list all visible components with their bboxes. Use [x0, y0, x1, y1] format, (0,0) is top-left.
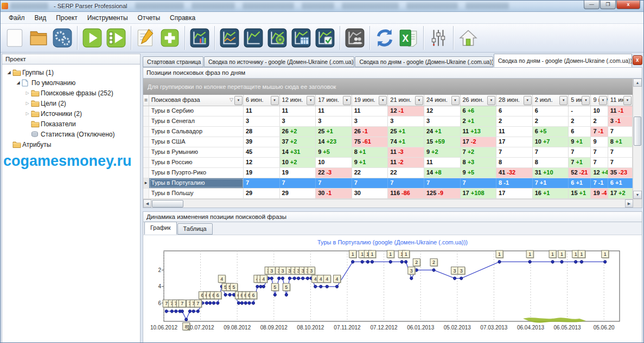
value-cell[interactable]: 7	[461, 178, 497, 188]
value-cell[interactable]: 9+5	[316, 147, 352, 157]
value-cell[interactable]: 8-1	[496, 178, 533, 188]
value-cell[interactable]: 7	[316, 178, 352, 188]
menu-help[interactable]: Справка	[165, 13, 200, 23]
menu-file[interactable]: Файл	[4, 13, 30, 23]
table-row[interactable]: Туры в Польшу292930-130116-86125-917+108…	[143, 189, 633, 199]
scroll-left-button[interactable]: ◀	[143, 199, 151, 208]
run-parsing-button[interactable]	[81, 27, 104, 49]
value-cell[interactable]: 3	[424, 117, 461, 126]
report-days-table-button[interactable]	[290, 27, 313, 49]
menu-reports[interactable]: Отчеты	[133, 13, 165, 23]
column-dropdown-button[interactable]: ▼	[524, 96, 532, 105]
value-cell[interactable]: 8	[496, 158, 533, 167]
column-dropdown-button[interactable]: ▼	[487, 96, 495, 105]
minimize-button[interactable]: —	[584, 1, 600, 9]
column-header-9июл[interactable]: 9 июл.▼	[591, 95, 608, 106]
tree-item-3[interactable]: ▷Поисковые фразы (252)	[2, 88, 140, 98]
table-row[interactable]: Туры в Сальвадор2826+225+126-125+124+111…	[143, 127, 633, 137]
value-cell[interactable]: 14+31	[280, 147, 316, 157]
project-settings-button[interactable]	[51, 27, 74, 49]
column-dropdown-button[interactable]: ▼	[623, 96, 632, 105]
filter-icon[interactable]: ▽	[229, 95, 233, 105]
value-cell[interactable]: 41-32	[496, 168, 533, 178]
table-row[interactable]: Туры в Пуэрто-Рико191922-3222214+89+541-…	[143, 168, 633, 178]
tab-days-summary-1[interactable]: Сводка по дням - google (Домен-Ukraine (…	[355, 56, 493, 67]
value-cell[interactable]: 3	[280, 117, 316, 126]
value-cell[interactable]: 125-9	[424, 189, 461, 198]
value-cell[interactable]: 12	[424, 106, 461, 116]
column-header-24июн[interactable]: 24 июн.▼	[424, 95, 461, 106]
column-header-11июл[interactable]: 11 июл.▼	[608, 95, 633, 106]
close-button[interactable]: x	[616, 1, 640, 9]
value-cell[interactable]: 7	[280, 178, 316, 188]
value-cell[interactable]: 17+108	[461, 189, 497, 198]
value-cell[interactable]: 75-61	[352, 137, 388, 147]
column-header-phrase[interactable]: Поисковая фраза▽▼	[149, 95, 244, 106]
value-cell[interactable]: 9+1	[352, 158, 388, 167]
open-project-button[interactable]	[27, 27, 50, 49]
table-row[interactable]: Туры в Россию1210+2109+111-2118+3887+177	[143, 158, 633, 168]
value-cell[interactable]: 11	[316, 106, 352, 116]
table-row[interactable]: ▸Туры в Португалию77777778-17+16+17-16+1	[143, 178, 633, 189]
report-competitors-button[interactable]	[343, 27, 366, 49]
tab-table[interactable]: Таблица	[177, 223, 213, 235]
phrase-cell[interactable]: Туры в США	[149, 137, 244, 147]
value-cell[interactable]: 3	[244, 117, 280, 126]
value-cell[interactable]: 7	[608, 127, 633, 137]
value-cell[interactable]: 6	[496, 106, 533, 116]
phrase-cell[interactable]: Туры в Сербию	[149, 106, 244, 116]
close-tab-button[interactable]: x	[633, 55, 642, 65]
column-dropdown-button[interactable]: ▼	[559, 96, 568, 105]
phrase-cell[interactable]: Туры в Сальвадор	[149, 127, 244, 137]
vertical-scrollbar[interactable]: ▲ ▼	[633, 79, 642, 199]
value-cell[interactable]: 26-1	[352, 127, 388, 137]
tab-days-summary-2[interactable]: Сводка по дням - google (Домен-Ukraine (…	[494, 54, 632, 67]
value-cell[interactable]: 30	[352, 189, 388, 198]
value-cell[interactable]: 7	[388, 178, 424, 188]
tree-expander-icon[interactable]: ▷	[24, 90, 31, 95]
report-summary-bars-button[interactable]	[188, 27, 211, 49]
value-cell[interactable]: 22-3	[316, 168, 352, 178]
restore-button[interactable]: ❐	[600, 1, 616, 9]
value-cell[interactable]: 30-1	[316, 189, 352, 198]
value-cell[interactable]: 7+1	[533, 178, 569, 188]
value-cell[interactable]: 10+2	[280, 158, 316, 167]
value-cell[interactable]: 10	[316, 158, 352, 167]
column-dropdown-button[interactable]: ▼	[451, 96, 460, 105]
value-cell[interactable]: 9+2	[424, 147, 461, 157]
report-check-button[interactable]	[314, 27, 336, 49]
value-cell[interactable]: 31+10	[533, 168, 569, 178]
value-cell[interactable]: 14+23	[316, 137, 352, 147]
value-cell[interactable]: 29	[280, 189, 316, 198]
value-cell[interactable]: 25+1	[388, 127, 424, 137]
value-cell[interactable]: 11	[424, 158, 461, 167]
phrase-cell[interactable]: Туры в Португалию	[149, 178, 244, 188]
value-cell[interactable]: 8+3	[461, 158, 497, 167]
export-excel-button[interactable]: X	[397, 27, 420, 49]
value-cell[interactable]: 8	[533, 158, 569, 167]
tree-item-6[interactable]: Показатели	[2, 119, 140, 129]
value-cell[interactable]: 7	[496, 147, 533, 157]
column-header-26июн[interactable]: 26 июн.▼	[461, 95, 497, 106]
value-cell[interactable]: 11+13	[461, 127, 497, 137]
value-cell[interactable]: 17	[496, 137, 533, 147]
value-cell[interactable]: 10	[591, 106, 608, 116]
menu-view[interactable]: Вид	[30, 13, 52, 23]
value-cell[interactable]: 8+1	[352, 147, 388, 157]
tree-expander-icon[interactable]: ▷	[24, 111, 31, 116]
value-cell[interactable]: 12+40	[591, 168, 608, 178]
table-row[interactable]: Туры в США3937+214+2375-6174+115+5917-21…	[143, 137, 633, 147]
value-cell[interactable]: 11	[280, 106, 316, 116]
value-cell[interactable]: 74+1	[388, 137, 424, 147]
column-dropdown-button[interactable]: ▼	[234, 96, 243, 105]
tree-item-8[interactable]: Атрибуты	[2, 139, 140, 150]
table-row[interactable]: Туры в Сенегал3333332+122223-1	[143, 117, 633, 127]
value-cell[interactable]: 15+1	[569, 189, 591, 198]
scroll-down-button[interactable]: ▼	[633, 191, 642, 199]
value-cell[interactable]: 11-1	[608, 106, 633, 116]
value-cell[interactable]: 17+2	[608, 189, 633, 198]
value-cell[interactable]: 6+5	[533, 127, 569, 137]
value-cell[interactable]: 7	[591, 147, 608, 157]
value-cell[interactable]: 11	[244, 106, 280, 116]
value-cell[interactable]: 6+1	[608, 178, 633, 188]
